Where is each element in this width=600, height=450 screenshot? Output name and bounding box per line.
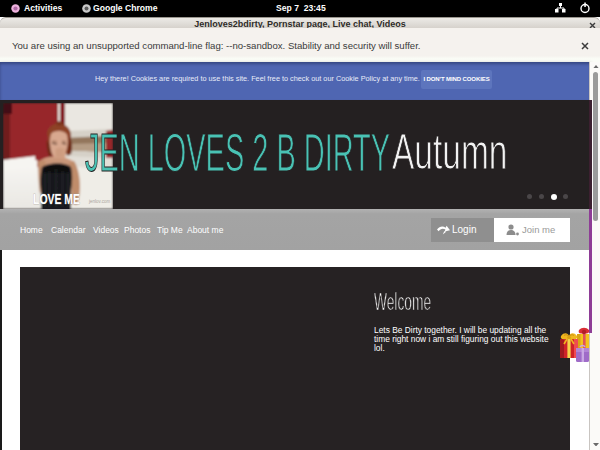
- svg-text:jenlov.com: jenlov.com: [88, 199, 110, 204]
- svg-text:LOVE ME: LOVE ME: [33, 191, 80, 207]
